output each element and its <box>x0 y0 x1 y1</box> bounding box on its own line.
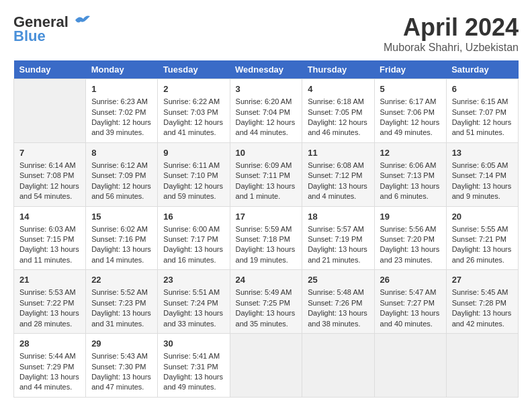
location-title: Muborak Shahri, Uzbekistan <box>384 42 519 54</box>
day-number: 29 <box>91 338 152 350</box>
sunset-text: Sunset: 7:29 PM <box>19 363 74 371</box>
calendar-cell: 29Sunrise: 5:43 AMSunset: 7:30 PMDayligh… <box>86 334 158 398</box>
sunrise-text: Sunrise: 5:56 AM <box>380 225 437 233</box>
sunrise-text: Sunrise: 6:14 AM <box>19 161 76 169</box>
sunrise-text: Sunrise: 5:55 AM <box>452 225 508 233</box>
daylight-text: Daylight: 13 hours and 14 minutes. <box>91 245 151 263</box>
sunrise-text: Sunrise: 6:00 AM <box>163 225 220 233</box>
daylight-text: Daylight: 13 hours and 44 minutes. <box>19 373 79 391</box>
daylight-text: Daylight: 13 hours and 40 minutes. <box>380 309 440 327</box>
daylight-text: Daylight: 12 hours and 46 minutes. <box>308 118 367 136</box>
daylight-text: Daylight: 13 hours and 26 minutes. <box>452 245 512 263</box>
calendar-week-row: 21Sunrise: 5:53 AMSunset: 7:22 PMDayligh… <box>14 270 519 334</box>
calendar-cell: 13Sunrise: 6:05 AMSunset: 7:14 PMDayligh… <box>446 142 518 206</box>
daylight-text: Daylight: 12 hours and 54 minutes. <box>19 182 79 200</box>
calendar-cell <box>374 334 446 398</box>
header-friday: Friday <box>374 60 446 79</box>
calendar-cell: 3Sunrise: 6:20 AMSunset: 7:04 PMDaylight… <box>230 79 302 143</box>
day-number: 1 <box>91 83 152 95</box>
sunset-text: Sunset: 7:24 PM <box>163 299 218 307</box>
day-number: 5 <box>380 83 441 95</box>
sunrise-text: Sunrise: 6:12 AM <box>91 161 148 169</box>
day-number: 19 <box>380 211 441 223</box>
day-number: 25 <box>308 274 368 286</box>
sunrise-text: Sunrise: 5:45 AM <box>452 288 508 296</box>
sunrise-text: Sunrise: 6:09 AM <box>236 161 292 169</box>
sunrise-text: Sunrise: 6:23 AM <box>91 97 148 105</box>
sunset-text: Sunset: 7:20 PM <box>380 235 435 243</box>
sunset-text: Sunset: 7:28 PM <box>452 299 506 307</box>
calendar-cell: 26Sunrise: 5:47 AMSunset: 7:27 PMDayligh… <box>374 270 446 334</box>
daylight-text: Daylight: 13 hours and 49 minutes. <box>163 373 223 391</box>
sunset-text: Sunset: 7:16 PM <box>91 235 146 243</box>
day-number: 24 <box>236 274 297 286</box>
day-number: 27 <box>452 274 513 286</box>
sunset-text: Sunset: 7:12 PM <box>308 171 362 179</box>
calendar-cell <box>446 334 518 398</box>
calendar-cell: 14Sunrise: 6:03 AMSunset: 7:15 PMDayligh… <box>14 206 86 270</box>
calendar-header-row: SundayMondayTuesdayWednesdayThursdayFrid… <box>14 60 519 79</box>
day-number: 13 <box>452 147 513 159</box>
sunset-text: Sunset: 7:08 PM <box>19 171 74 179</box>
calendar-cell: 2Sunrise: 6:22 AMSunset: 7:03 PMDaylight… <box>158 79 230 143</box>
month-title: April 2024 <box>384 13 519 42</box>
day-number: 28 <box>19 338 80 350</box>
header: General Blue April 2024 Muborak Shahri, … <box>13 13 519 54</box>
sunset-text: Sunset: 7:30 PM <box>91 363 146 371</box>
header-saturday: Saturday <box>446 60 518 79</box>
header-tuesday: Tuesday <box>158 60 230 79</box>
sunset-text: Sunset: 7:11 PM <box>236 171 290 179</box>
calendar-cell: 1Sunrise: 6:23 AMSunset: 7:02 PMDaylight… <box>86 79 158 143</box>
sunrise-text: Sunrise: 6:11 AM <box>163 161 220 169</box>
day-number: 4 <box>308 83 368 95</box>
sunrise-text: Sunrise: 5:43 AM <box>91 352 148 360</box>
title-area: April 2024 Muborak Shahri, Uzbekistan <box>384 13 519 54</box>
sunrise-text: Sunrise: 5:49 AM <box>236 288 292 296</box>
sunrise-text: Sunrise: 6:08 AM <box>308 161 364 169</box>
calendar-week-row: 1Sunrise: 6:23 AMSunset: 7:02 PMDaylight… <box>14 79 519 143</box>
calendar-cell: 8Sunrise: 6:12 AMSunset: 7:09 PMDaylight… <box>86 142 158 206</box>
daylight-text: Daylight: 12 hours and 51 minutes. <box>452 118 512 136</box>
sunset-text: Sunset: 7:31 PM <box>163 363 218 371</box>
calendar-cell: 28Sunrise: 5:44 AMSunset: 7:29 PMDayligh… <box>14 334 86 398</box>
sunrise-text: Sunrise: 6:18 AM <box>308 97 364 105</box>
day-number: 9 <box>163 147 224 159</box>
header-thursday: Thursday <box>302 60 374 79</box>
day-number: 26 <box>380 274 441 286</box>
header-wednesday: Wednesday <box>230 60 302 79</box>
sunset-text: Sunset: 7:26 PM <box>308 299 362 307</box>
sunset-text: Sunset: 7:15 PM <box>19 235 74 243</box>
day-number: 22 <box>91 274 152 286</box>
sunset-text: Sunset: 7:21 PM <box>452 235 506 243</box>
daylight-text: Daylight: 13 hours and 11 minutes. <box>19 245 79 263</box>
sunset-text: Sunset: 7:18 PM <box>236 235 290 243</box>
daylight-text: Daylight: 13 hours and 1 minute. <box>236 182 296 200</box>
daylight-text: Daylight: 12 hours and 44 minutes. <box>236 118 296 136</box>
calendar-cell: 22Sunrise: 5:52 AMSunset: 7:23 PMDayligh… <box>86 270 158 334</box>
day-number: 7 <box>19 147 80 159</box>
calendar-cell: 15Sunrise: 6:02 AMSunset: 7:16 PMDayligh… <box>86 206 158 270</box>
calendar-cell: 6Sunrise: 6:15 AMSunset: 7:07 PMDaylight… <box>446 79 518 143</box>
calendar-cell: 30Sunrise: 5:41 AMSunset: 7:31 PMDayligh… <box>158 334 230 398</box>
sunrise-text: Sunrise: 6:15 AM <box>452 97 508 105</box>
daylight-text: Daylight: 13 hours and 16 minutes. <box>163 245 223 263</box>
calendar-cell: 17Sunrise: 5:59 AMSunset: 7:18 PMDayligh… <box>230 206 302 270</box>
daylight-text: Daylight: 13 hours and 42 minutes. <box>452 309 512 327</box>
day-number: 23 <box>163 274 224 286</box>
day-number: 21 <box>19 274 80 286</box>
day-number: 6 <box>452 83 513 95</box>
day-number: 17 <box>236 211 297 223</box>
sunrise-text: Sunrise: 5:47 AM <box>380 288 437 296</box>
sunset-text: Sunset: 7:13 PM <box>380 171 435 179</box>
daylight-text: Daylight: 12 hours and 56 minutes. <box>91 182 151 200</box>
day-number: 10 <box>236 147 297 159</box>
sunrise-text: Sunrise: 6:03 AM <box>19 225 76 233</box>
daylight-text: Daylight: 13 hours and 9 minutes. <box>452 182 512 200</box>
sunset-text: Sunset: 7:09 PM <box>91 171 146 179</box>
day-number: 30 <box>163 338 224 350</box>
calendar-cell: 24Sunrise: 5:49 AMSunset: 7:25 PMDayligh… <box>230 270 302 334</box>
calendar-cell: 27Sunrise: 5:45 AMSunset: 7:28 PMDayligh… <box>446 270 518 334</box>
sunset-text: Sunset: 7:23 PM <box>91 299 146 307</box>
daylight-text: Daylight: 13 hours and 35 minutes. <box>236 309 296 327</box>
sunrise-text: Sunrise: 5:53 AM <box>19 288 76 296</box>
